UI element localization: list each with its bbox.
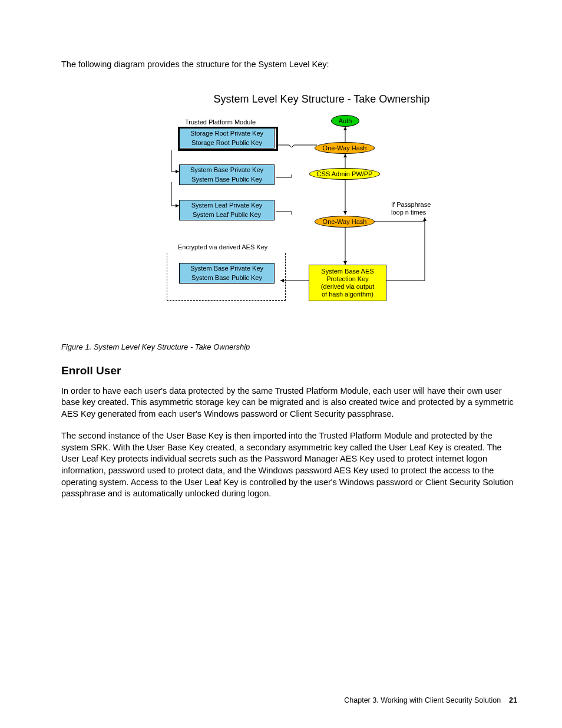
system-base-public-key: System Base Public Key <box>179 174 275 185</box>
paragraph-2: The second instance of the User Base Key… <box>61 430 517 499</box>
page-number: 21 <box>509 696 517 704</box>
diagram-title: System Level Key Structure - Take Owners… <box>61 93 517 106</box>
section-heading-enroll-user: Enroll User <box>61 364 517 377</box>
system-base-public-key-2: System Base Public Key <box>179 273 275 284</box>
intro-text: The following diagram provides the struc… <box>61 59 517 71</box>
passphrase-loop-note: If Passphrase loop n times <box>391 201 431 216</box>
system-leaf-public-key: System Leaf Public Key <box>179 210 275 220</box>
figure-caption: Figure 1. System Level Key Structure - T… <box>61 342 517 351</box>
one-way-hash-2: One-Way Hash <box>315 216 375 228</box>
one-way-hash-1: One-Way Hash <box>315 142 375 154</box>
diagram: Trusted Platform Module Storage Root Pri… <box>161 118 517 331</box>
aes-encrypted-label: Encrypted via derived AES Key <box>178 243 267 251</box>
tpm-label: Trusted Platform Module <box>185 118 256 126</box>
srk-public-key: Storage Root Public Key <box>179 138 275 149</box>
page-footer: Chapter 3. Working with Client Security … <box>344 696 517 704</box>
paragraph-1: In order to have each user's data protec… <box>61 386 517 420</box>
footer-chapter: Chapter 3. Working with Client Security … <box>344 696 501 704</box>
system-base-aes-protection-key: System Base AES Protection Key (derived … <box>309 265 386 302</box>
auth-node: Auth <box>331 115 359 127</box>
css-admin-pwpp: CSS Admin PW/PP <box>309 168 380 180</box>
